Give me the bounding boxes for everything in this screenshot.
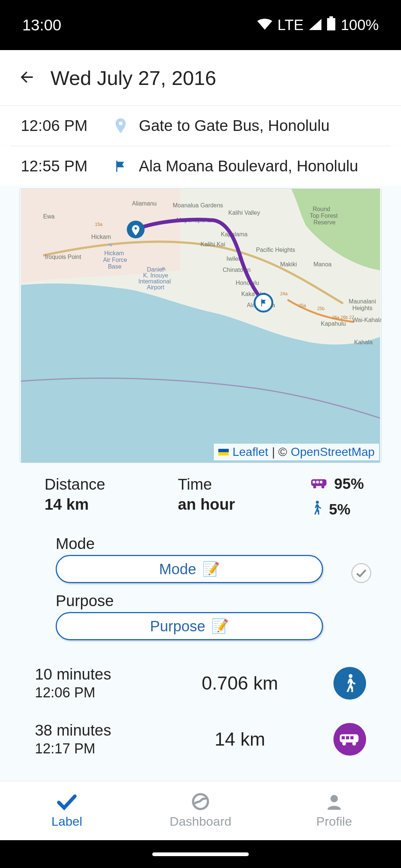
svg-text:Makiki: Makiki: [280, 261, 297, 267]
status-right: LTE 100%: [257, 16, 379, 34]
svg-text:Daniel: Daniel: [147, 266, 163, 273]
svg-rect-47: [313, 481, 315, 483]
end-flag-icon: [114, 158, 128, 174]
app-surface: Wed July 27, 2016 12:06 PM Gate to Gate …: [0, 50, 401, 840]
svg-text:Honolulu: Honolulu: [236, 280, 259, 286]
svg-text:Kalihi Valley: Kalihi Valley: [228, 210, 260, 216]
leaflet-link[interactable]: Leaflet: [232, 445, 268, 459]
svg-point-46: [321, 486, 324, 489]
trip-end-row: 12:55 PM Ala Moana Boulevard, Honolulu: [0, 146, 401, 186]
wifi-icon: [257, 17, 272, 33]
svg-text:Air Force: Air Force: [103, 257, 127, 263]
svg-text:Reserve: Reserve: [313, 219, 335, 226]
svg-point-51: [349, 674, 352, 678]
tab-dashboard-text: Dashboard: [170, 814, 231, 829]
bus-icon: [311, 476, 327, 492]
tab-profile[interactable]: Profile: [267, 781, 401, 840]
distance-block: Distance 14 km: [45, 476, 178, 519]
flag-icon: [218, 449, 229, 456]
distance-label: Distance: [45, 476, 178, 493]
svg-point-42: [134, 227, 137, 230]
svg-text:Manoa: Manoa: [313, 261, 332, 267]
tab-label-text: Label: [51, 814, 82, 829]
end-time: 12:55 PM: [21, 157, 102, 175]
distance-value: 14 km: [45, 496, 178, 513]
time-block: Time an hour: [178, 476, 311, 519]
edit-icon: 📝: [202, 561, 220, 577]
svg-rect-0: [329, 16, 333, 18]
walk-icon: [311, 500, 322, 519]
tab-profile-text: Profile: [316, 814, 352, 829]
svg-text:Iwilei: Iwilei: [226, 256, 239, 262]
time-label: Time: [178, 476, 311, 493]
svg-point-50: [316, 501, 319, 504]
svg-text:Hickam: Hickam: [104, 250, 124, 257]
mode-percent-block: 95% 5%: [311, 476, 364, 519]
svg-point-53: [342, 742, 346, 745]
svg-text:Round: Round: [313, 206, 330, 212]
segment-duration: 10 minutes: [35, 665, 146, 683]
svg-text:Iroquois Point: Iroquois Point: [45, 254, 81, 260]
confirm-check-button[interactable]: [351, 563, 371, 583]
svg-rect-48: [316, 481, 319, 483]
svg-point-59: [330, 795, 338, 802]
svg-text:Top Forest: Top Forest: [310, 213, 338, 219]
start-pin-icon: [114, 118, 128, 134]
attr-sep: | ©: [272, 445, 287, 459]
page-title: Wed July 27, 2016: [50, 66, 216, 89]
status-bar: 13:00 LTE 100%: [0, 0, 401, 50]
svg-text:Moanalua Gardens: Moanalua Gardens: [173, 202, 223, 208]
trip-summary: Distance 14 km Time an hour 95% 5%: [0, 463, 401, 522]
svg-text:Ewa: Ewa: [43, 213, 55, 220]
segment-time: 12:06 PM: [35, 685, 146, 701]
mode-button-text: Mode: [159, 561, 196, 578]
trip-start-row: 12:06 PM Gate to Gate Bus, Honolulu: [0, 106, 401, 146]
segment-time: 12:17 PM: [35, 741, 146, 757]
svg-text:Airport: Airport: [147, 284, 164, 290]
svg-text:International: International: [138, 278, 171, 285]
svg-point-2: [119, 122, 123, 125]
osm-link[interactable]: OpenStreetMap: [291, 445, 375, 459]
segment-row[interactable]: 38 minutes 12:17 PM 14 km: [35, 711, 366, 767]
tab-label[interactable]: Label: [0, 781, 134, 840]
svg-rect-55: [342, 736, 345, 739]
walk-percent: 5%: [329, 501, 351, 518]
mode-label: Mode: [56, 535, 364, 553]
tab-dashboard[interactable]: Dashboard: [134, 781, 267, 840]
svg-text:Pacific Heights: Pacific Heights: [256, 247, 295, 253]
svg-rect-56: [346, 736, 349, 739]
svg-point-45: [313, 486, 316, 489]
signal-icon: [309, 17, 322, 33]
segment-row[interactable]: 10 minutes 12:06 PM 0.706 km: [35, 655, 366, 711]
header: Wed July 27, 2016: [0, 50, 401, 106]
mode-button[interactable]: Mode 📝: [56, 555, 323, 583]
svg-text:26a 26b 27: 26a 26b 27: [332, 315, 354, 320]
trip-map[interactable]: Ewa Hickam Aliamanu Moanalua Gardens Map…: [19, 188, 382, 463]
mode-purpose-block: Mode Mode 📝 Purpose Purpose 📝: [0, 522, 401, 640]
home-handle[interactable]: [152, 852, 249, 856]
start-time: 12:06 PM: [21, 117, 102, 135]
svg-text:15a: 15a: [95, 222, 102, 227]
back-button[interactable]: [19, 69, 36, 87]
purpose-label: Purpose: [56, 592, 364, 610]
end-place: Ala Moana Boulevard, Honolulu: [139, 157, 358, 175]
segment-list: 10 minutes 12:06 PM 0.706 km 38 minutes …: [0, 640, 401, 775]
svg-text:Hickam: Hickam: [91, 234, 111, 240]
svg-text:Heights: Heights: [352, 305, 372, 311]
svg-text:Aliamanu: Aliamanu: [132, 200, 156, 207]
svg-text:Kalihi Kai: Kalihi Kai: [200, 241, 225, 247]
battery-label: 100%: [341, 17, 379, 33]
svg-text:24a: 24a: [280, 291, 287, 296]
battery-icon: [327, 16, 336, 34]
purpose-button[interactable]: Purpose 📝: [56, 612, 323, 640]
segment-distance: 14 km: [146, 729, 333, 750]
svg-text:Kahala: Kahala: [354, 339, 373, 345]
segment-duration: 38 minutes: [35, 721, 146, 739]
map-attribution: Leaflet | © OpenStreetMap: [214, 444, 379, 460]
svg-text:Maunalani: Maunalani: [349, 298, 376, 305]
svg-rect-49: [320, 481, 322, 483]
svg-text:Base: Base: [108, 263, 121, 270]
network-label: LTE: [277, 17, 303, 33]
bus-percent: 95%: [334, 476, 364, 492]
android-nav-bar: [0, 840, 401, 868]
